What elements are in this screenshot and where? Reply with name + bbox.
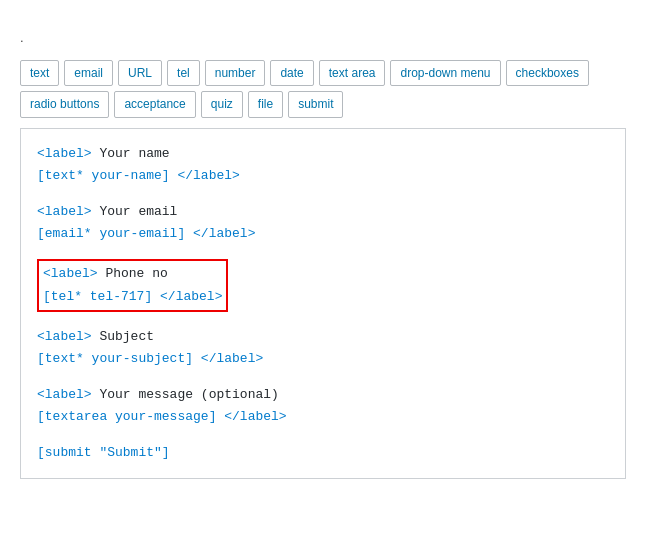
editor-line: [tel* tel-717] </label>: [43, 286, 222, 308]
editor-line: <label> Phone no: [43, 263, 222, 285]
tag-btn-drop-down-menu[interactable]: drop-down menu: [390, 60, 500, 87]
tag-btn-quiz[interactable]: quiz: [201, 91, 243, 118]
editor-block-email-block: <label> Your email [email* your-email] <…: [37, 201, 609, 245]
editor-block-name-block: <label> Your name [text* your-name] </la…: [37, 143, 609, 187]
editor-line: [text* your-name] </label>: [37, 165, 609, 187]
editor-block-phone-block: <label> Phone no[tel* tel-717] </label>: [37, 259, 228, 311]
editor-line: [submit "Submit"]: [37, 442, 609, 464]
tag-btn-text-area[interactable]: text area: [319, 60, 386, 87]
editor-block-subject-block: <label> Subject [text* your-subject] </l…: [37, 326, 609, 370]
page-description: .: [20, 28, 626, 48]
editor-line: <label> Your email: [37, 201, 609, 223]
tag-btn-submit[interactable]: submit: [288, 91, 343, 118]
tag-btn-date[interactable]: date: [270, 60, 313, 87]
tag-btn-number[interactable]: number: [205, 60, 266, 87]
form-editor[interactable]: <label> Your name [text* your-name] </la…: [20, 128, 626, 479]
editor-line: [textarea your-message] </label>: [37, 406, 609, 428]
editor-line: <label> Your message (optional): [37, 384, 609, 406]
editor-line: [email* your-email] </label>: [37, 223, 609, 245]
tag-btn-file[interactable]: file: [248, 91, 283, 118]
editor-block-message-block: <label> Your message (optional) [textare…: [37, 384, 609, 428]
editor-line: <label> Subject: [37, 326, 609, 348]
tag-btn-acceptance[interactable]: acceptance: [114, 91, 195, 118]
editor-block-submit-block: [submit "Submit"]: [37, 442, 609, 464]
tag-btn-tel[interactable]: tel: [167, 60, 200, 87]
tag-btn-url[interactable]: URL: [118, 60, 162, 87]
tag-btn-checkboxes[interactable]: checkboxes: [506, 60, 589, 87]
tag-btn-text[interactable]: text: [20, 60, 59, 87]
editor-line: [text* your-subject] </label>: [37, 348, 609, 370]
tag-btn-email[interactable]: email: [64, 60, 113, 87]
tag-btn-radio-buttons[interactable]: radio buttons: [20, 91, 109, 118]
editor-line: <label> Your name: [37, 143, 609, 165]
tag-buttons-row: textemailURLtelnumberdatetext areadrop-d…: [20, 60, 626, 119]
